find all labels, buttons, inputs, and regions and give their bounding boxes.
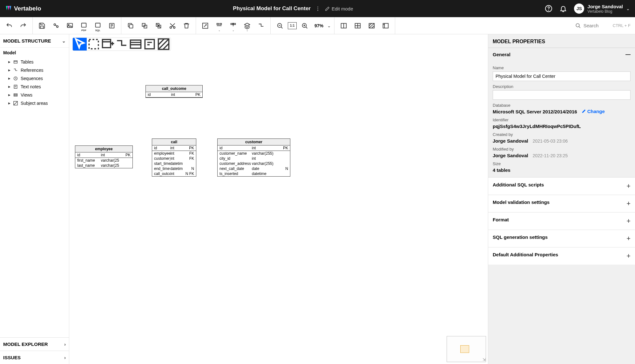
- section-format[interactable]: Format+: [488, 212, 635, 230]
- table-row[interactable]: next_call_datedateN: [218, 166, 290, 171]
- tree-item-references[interactable]: ▶References: [3, 66, 66, 74]
- share-button[interactable]: [50, 20, 62, 32]
- zoom-reset-button[interactable]: 1:1: [288, 22, 297, 29]
- bell-icon[interactable]: [559, 5, 567, 12]
- table-row[interactable]: city_idint: [218, 156, 290, 161]
- tree-item-tables[interactable]: ▶Tables: [3, 58, 66, 66]
- user-menu[interactable]: JS Jorge Sandoval Vertabelo Blog ⌄: [574, 3, 630, 14]
- expand-icon: +: [626, 199, 631, 208]
- select-tool[interactable]: [73, 38, 87, 51]
- align-horizontal-button[interactable]: ⌄: [213, 20, 225, 32]
- tree-item-views[interactable]: ▶Views: [3, 91, 66, 99]
- view-columns-button[interactable]: [380, 20, 392, 32]
- section-model-validation-settings[interactable]: Model validation settings+: [488, 195, 635, 212]
- delete-button[interactable]: [180, 20, 193, 32]
- table-row[interactable]: last_namevarchar(255): [75, 163, 132, 168]
- section-sql-generation-settings[interactable]: SQL generation settings+: [488, 230, 635, 247]
- tree-icon: [13, 76, 18, 81]
- table-header[interactable]: call_outcome: [146, 85, 202, 92]
- table-row[interactable]: customer_namevarchar(255): [218, 151, 290, 156]
- model-structure-header[interactable]: MODEL STRUCTURE ⌄: [0, 34, 69, 48]
- save-button[interactable]: [36, 20, 48, 32]
- table-row[interactable]: idintPK: [218, 145, 290, 151]
- name-input[interactable]: [493, 71, 631, 81]
- zoom-out-button[interactable]: [274, 20, 286, 32]
- table-call[interactable]: callidintPKemployee_iintFKcustomer_iintF…: [152, 138, 196, 177]
- model-explorer-header[interactable]: MODEL EXPLORER ›: [0, 337, 69, 351]
- resize-handle-icon[interactable]: ⇲: [483, 357, 486, 362]
- section-general[interactable]: General: [488, 48, 635, 61]
- view-grid-button[interactable]: [352, 20, 364, 32]
- export-pdf-button[interactable]: PDF: [78, 20, 90, 32]
- zoom-in-button[interactable]: [299, 20, 311, 32]
- export-sql-button[interactable]: SQL: [92, 20, 104, 32]
- logo[interactable]: Vertabelo: [5, 5, 41, 12]
- view-split-button[interactable]: [338, 20, 350, 32]
- table-row[interactable]: ts_inserteddatetime: [218, 171, 290, 176]
- view-hatch-button[interactable]: [366, 20, 378, 32]
- issues-header[interactable]: ISSUES ›: [0, 351, 69, 364]
- add-view-tool[interactable]: [129, 38, 143, 51]
- zoom-value[interactable]: 97%: [313, 23, 325, 28]
- svg-marker-29: [245, 23, 250, 26]
- more-icon[interactable]: ⋮: [315, 5, 321, 12]
- paste-button[interactable]: [152, 20, 165, 32]
- table-row[interactable]: start_timedatetime: [152, 161, 196, 166]
- zoom-dropdown-icon[interactable]: ⌄: [327, 23, 331, 28]
- pencil-icon: [582, 109, 586, 113]
- right-sidebar: MODEL PROPERTIES General Name Descriptio…: [488, 34, 635, 364]
- model-root[interactable]: Model: [3, 50, 66, 55]
- table-row[interactable]: first_namevarchar(255): [75, 158, 132, 163]
- table-row[interactable]: idintPK: [146, 92, 202, 98]
- table-row[interactable]: end_timedatetimeN: [152, 166, 196, 171]
- description-input[interactable]: [493, 90, 631, 100]
- table-header[interactable]: call: [152, 139, 196, 145]
- marquee-tool[interactable]: [87, 38, 101, 51]
- table-row[interactable]: idintPK: [75, 152, 132, 158]
- search-input[interactable]: [584, 23, 609, 28]
- section-default-additional-properties[interactable]: Default Additional Properties+: [488, 247, 635, 265]
- add-area-tool[interactable]: [157, 38, 171, 51]
- canvas[interactable]: call_outcomeidintPK employeeidintPKfirst…: [69, 34, 488, 364]
- table-customer[interactable]: customeridintPKcustomer_namevarchar(255)…: [217, 138, 290, 177]
- route-button[interactable]: [255, 20, 267, 32]
- tree-item-subject-areas[interactable]: ▶Subject areas: [3, 99, 66, 107]
- table-call-outcome[interactable]: call_outcomeidintPK: [145, 85, 203, 98]
- table-row[interactable]: employee_iintFK: [152, 151, 196, 156]
- database-label: Database: [493, 103, 631, 108]
- table-row[interactable]: call_outcointN FK: [152, 171, 196, 176]
- expand-icon: +: [626, 182, 631, 190]
- add-note-tool[interactable]: [143, 38, 157, 51]
- triangle-icon: ▶: [8, 60, 10, 64]
- redo-button[interactable]: [17, 20, 29, 32]
- minimap[interactable]: ⇲: [447, 336, 486, 362]
- change-database-link[interactable]: Change: [582, 109, 605, 114]
- export-image-button[interactable]: [64, 20, 76, 32]
- triangle-icon: ▶: [8, 69, 10, 72]
- section-additional-sql-scripts[interactable]: Additional SQL scripts+: [488, 177, 635, 195]
- add-table-tool[interactable]: [101, 38, 115, 51]
- table-employee[interactable]: employeeidintPKfirst_namevarchar(255)las…: [75, 145, 133, 168]
- layers-button[interactable]: ⌄: [241, 20, 253, 32]
- table-header[interactable]: customer: [218, 139, 290, 145]
- svg-rect-27: [234, 23, 236, 24]
- export-xml-button[interactable]: [106, 20, 118, 32]
- svg-rect-68: [103, 39, 111, 48]
- search-shortcut: CTRL + F: [613, 23, 631, 28]
- tree-item-sequences[interactable]: ▶Sequences: [3, 74, 66, 83]
- table-row[interactable]: customer_iintFK: [152, 156, 196, 161]
- copy-button[interactable]: [125, 20, 137, 32]
- add-reference-tool[interactable]: [115, 38, 129, 51]
- search-box[interactable]: CTRL + F: [571, 17, 635, 34]
- tree-item-text-notes[interactable]: ▶Text notes: [3, 83, 66, 91]
- edit-mode-button[interactable]: Edit mode: [325, 6, 353, 11]
- table-row[interactable]: customer_addressvarchar(255): [218, 161, 290, 166]
- help-icon[interactable]: [545, 5, 552, 12]
- fit-button[interactable]: [199, 20, 211, 32]
- undo-button[interactable]: [3, 20, 15, 32]
- align-vertical-button[interactable]: ⌄: [227, 20, 239, 32]
- duplicate-button[interactable]: [138, 20, 151, 32]
- cut-button[interactable]: [166, 20, 179, 32]
- table-row[interactable]: idintPK: [152, 145, 196, 151]
- table-header[interactable]: employee: [75, 146, 132, 152]
